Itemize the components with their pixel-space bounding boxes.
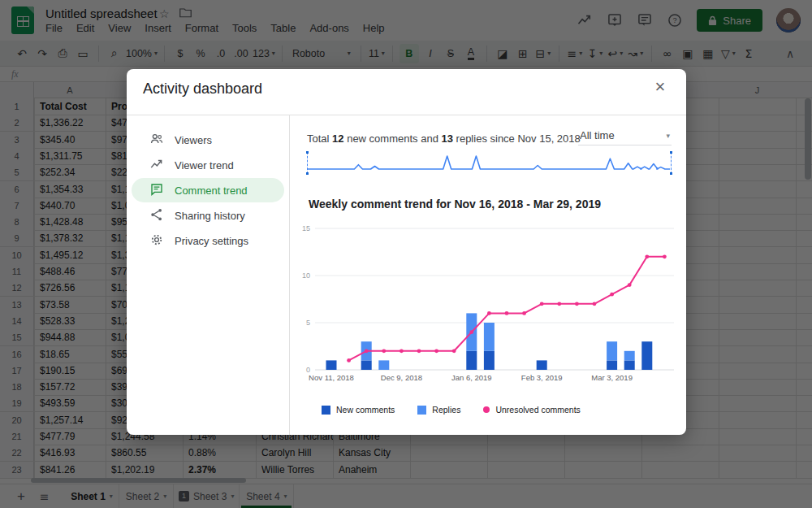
sidebar-item-viewers[interactable]: Viewers: [132, 128, 284, 152]
sidebar-item-label: Sharing history: [175, 210, 245, 222]
modal-sidebar-divider: [289, 115, 290, 435]
svg-text:Jan 6, 2019: Jan 6, 2019: [451, 373, 492, 382]
sidebar-item-sharing-history[interactable]: Sharing history: [132, 203, 284, 228]
svg-text:5: 5: [306, 319, 310, 327]
sparkline-handle[interactable]: [670, 151, 672, 154]
sidebar-item-label: Viewer trend: [175, 159, 234, 172]
close-icon[interactable]: ×: [649, 76, 672, 98]
sidebar-item-label: Comment trend: [175, 185, 248, 197]
weekly-comment-chart: 051015Nov 11, 2018Dec 9, 2018Jan 6, 2019…: [302, 220, 676, 393]
legend-item-unresolved-comments: Unresolved comments: [483, 405, 580, 415]
chart-title: Weekly comment trend for Nov 16, 2018 - …: [309, 198, 601, 211]
sidebar-item-privacy-settings[interactable]: Privacy settings: [132, 228, 284, 253]
legend-label: Unresolved comments: [495, 405, 580, 415]
activity-dashboard-modal: Activity dashboard × ViewersViewer trend…: [127, 69, 686, 435]
legend-swatch: [483, 406, 490, 413]
comment-sparkline: [307, 152, 672, 174]
summary-text-segment: replies since Nov 15, 2018: [453, 132, 581, 145]
svg-text:Dec 9, 2018: Dec 9, 2018: [381, 373, 422, 382]
chevron-down-icon: ▾: [666, 132, 670, 140]
sidebar-item-label: Viewers: [175, 134, 212, 146]
modal-header-divider: [127, 115, 686, 115]
summary-count: 13: [442, 132, 453, 145]
summary-text-segment: Total: [307, 132, 332, 145]
legend-item-new-comments: New comments: [322, 405, 395, 415]
viewers-icon: [149, 132, 164, 149]
sharing-history-icon: [149, 207, 164, 224]
comment-trend-icon: [149, 182, 164, 199]
modal-title: Activity dashboard: [143, 80, 262, 98]
time-filter-dropdown[interactable]: All time ▾: [578, 126, 672, 145]
chart-legend: New commentsRepliesUnresolved comments: [322, 405, 581, 415]
viewer-trend-icon: [149, 157, 164, 174]
summary-text-segment: new comments and: [344, 132, 442, 145]
legend-label: Replies: [432, 405, 460, 415]
sidebar-item-viewer-trend[interactable]: Viewer trend: [132, 153, 284, 177]
comment-summary-text: Total 12 new comments and 13 replies sin…: [307, 132, 581, 145]
svg-text:Mar 3, 2019: Mar 3, 2019: [591, 373, 633, 382]
svg-text:15: 15: [302, 224, 310, 232]
legend-swatch: [322, 406, 330, 415]
summary-count: 12: [332, 132, 343, 145]
time-filter-value: All time: [580, 129, 615, 141]
sidebar-item-comment-trend[interactable]: Comment trend: [132, 178, 284, 202]
legend-item-replies: Replies: [417, 405, 460, 415]
svg-text:Feb 3, 2019: Feb 3, 2019: [521, 373, 563, 382]
legend-label: New comments: [336, 405, 395, 415]
svg-text:10: 10: [302, 271, 310, 280]
sparkline-handle[interactable]: [670, 172, 672, 175]
privacy-settings-icon: [149, 232, 164, 250]
sidebar-item-label: Privacy settings: [175, 235, 248, 247]
svg-text:Nov 11, 2018: Nov 11, 2018: [309, 373, 354, 382]
legend-swatch: [417, 406, 426, 415]
screen: Untitled spreadsheet ☆ FileEditViewInser…: [0, 0, 812, 508]
